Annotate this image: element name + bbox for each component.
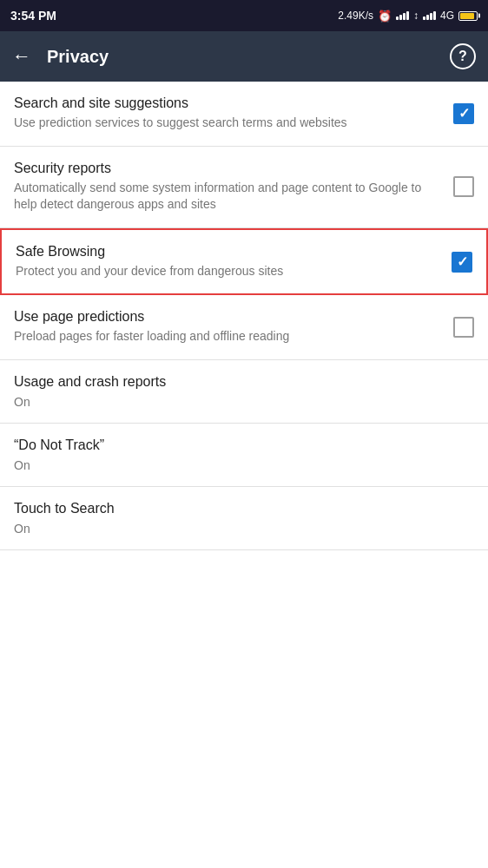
settings-status-touch-to-search: On (14, 522, 474, 536)
network-type: 4G (440, 10, 454, 22)
data-transfer-icon: ↕ (413, 10, 419, 22)
page-title: Privacy (47, 47, 450, 67)
checkbox-page-predictions[interactable] (453, 317, 474, 338)
settings-item-search-suggestions[interactable]: Search and site suggestionsUse predictio… (0, 82, 488, 147)
settings-title-security-reports: Security reports (14, 161, 443, 176)
settings-title-search-suggestions: Search and site suggestions (14, 95, 443, 111)
battery-icon (458, 11, 478, 21)
settings-item-usage-crash-reports[interactable]: Usage and crash reportsOn (0, 360, 488, 424)
status-icons: 2.49K/s ⏰ ↕ 4G (338, 10, 478, 23)
settings-subtitle-security-reports: Automatically send some system informati… (14, 180, 443, 214)
checkbox-search-suggestions[interactable] (453, 103, 474, 124)
settings-title-do-not-track: “Do Not Track” (14, 437, 474, 453)
settings-item-safe-browsing[interactable]: Safe BrowsingProtect you and your device… (0, 228, 488, 296)
toolbar: ← Privacy ? (0, 31, 488, 82)
settings-list: Search and site suggestionsUse predictio… (0, 82, 488, 550)
settings-item-touch-to-search[interactable]: Touch to SearchOn (0, 487, 488, 550)
settings-item-do-not-track[interactable]: “Do Not Track”On (0, 424, 488, 487)
signal-icon-1 (396, 11, 409, 20)
settings-item-security-reports[interactable]: Security reportsAutomatically send some … (0, 147, 488, 228)
help-button[interactable]: ? (450, 43, 476, 69)
settings-title-touch-to-search: Touch to Search (14, 501, 474, 516)
settings-subtitle-page-predictions: Preload pages for faster loading and off… (14, 328, 443, 345)
checkbox-security-reports[interactable] (453, 176, 474, 197)
network-speed: 2.49K/s (338, 10, 373, 22)
settings-title-usage-crash-reports: Usage and crash reports (14, 374, 474, 390)
settings-subtitle-safe-browsing: Protect you and your device from dangero… (16, 263, 441, 280)
settings-subtitle-search-suggestions: Use prediction services to suggest searc… (14, 115, 443, 132)
settings-status-do-not-track: On (14, 458, 474, 472)
status-bar: 3:54 PM 2.49K/s ⏰ ↕ 4G (0, 0, 488, 31)
settings-item-page-predictions[interactable]: Use page predictionsPreload pages for fa… (0, 295, 488, 360)
alarm-icon: ⏰ (378, 10, 392, 23)
settings-status-usage-crash-reports: On (14, 395, 474, 409)
checkbox-safe-browsing[interactable] (452, 252, 472, 273)
settings-title-page-predictions: Use page predictions (14, 309, 443, 325)
settings-title-safe-browsing: Safe Browsing (16, 244, 441, 260)
back-button[interactable]: ← (12, 47, 31, 66)
status-time: 3:54 PM (10, 9, 56, 23)
signal-icon-2 (423, 11, 436, 20)
